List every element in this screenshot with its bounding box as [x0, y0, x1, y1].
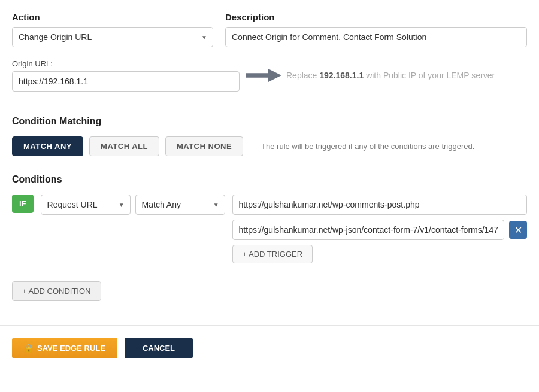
arrow-icon	[246, 66, 281, 84]
cancel-button[interactable]: CANCEL	[125, 338, 193, 358]
save-edge-rule-button[interactable]: 🔒 SAVE EDGE RULE	[12, 338, 117, 358]
trigger-input-1[interactable]	[232, 195, 527, 215]
origin-url-input[interactable]	[12, 71, 240, 92]
condition-matching-title: Condition Matching	[12, 116, 527, 127]
condition-type-wrapper[interactable]: Request URL	[41, 195, 131, 215]
match-type-wrapper[interactable]: Match Any	[135, 195, 225, 215]
description-input[interactable]	[225, 27, 527, 47]
origin-url-label: Origin URL:	[12, 59, 240, 68]
match-type-select[interactable]: Match Any	[135, 195, 225, 215]
match-all-button[interactable]: MATCH ALL	[89, 136, 159, 156]
hint-suffix: with Public IP of your LEMP server	[366, 71, 495, 80]
match-any-button[interactable]: MATCH ANY	[12, 136, 83, 156]
action-select[interactable]: Change Origin URL	[12, 27, 213, 47]
action-select-wrapper[interactable]: Change Origin URL	[12, 27, 213, 47]
action-label: Action	[12, 12, 213, 22]
add-condition-button[interactable]: + ADD CONDITION	[12, 281, 101, 301]
conditions-section: Conditions IF Request URL Match Any	[12, 174, 527, 263]
footer-buttons: 🔒 SAVE EDGE RULE CANCEL	[0, 326, 539, 370]
hint-ip: 192.168.1.1	[319, 71, 364, 80]
trigger-input-2[interactable]	[232, 220, 504, 240]
conditions-title: Conditions	[12, 174, 527, 185]
origin-url-hint: Replace 192.168.1.1 with Public IP of yo…	[246, 66, 527, 84]
remove-trigger-button[interactable]: ✕	[509, 221, 527, 239]
match-none-button[interactable]: MATCH NONE	[165, 136, 243, 156]
add-trigger-button[interactable]: + ADD TRIGGER	[232, 245, 313, 263]
save-label: SAVE EDGE RULE	[37, 344, 105, 353]
trigger-row-1	[232, 195, 527, 215]
trigger-row-2: ✕	[232, 220, 527, 240]
condition-matching-hint: The rule will be triggered if any of the…	[261, 142, 474, 151]
condition-matching-section: Condition Matching MATCH ANY MATCH ALL M…	[12, 116, 527, 156]
condition-type-select[interactable]: Request URL	[41, 195, 131, 215]
add-condition-row: + ADD CONDITION	[12, 281, 527, 301]
svg-marker-0	[246, 69, 281, 83]
if-badge: IF	[12, 195, 34, 213]
hint-prefix: Replace	[286, 71, 319, 80]
description-label: Description	[225, 12, 527, 22]
trigger-inputs: ✕ + ADD TRIGGER	[232, 195, 527, 263]
save-icon: 🔒	[24, 344, 34, 353]
